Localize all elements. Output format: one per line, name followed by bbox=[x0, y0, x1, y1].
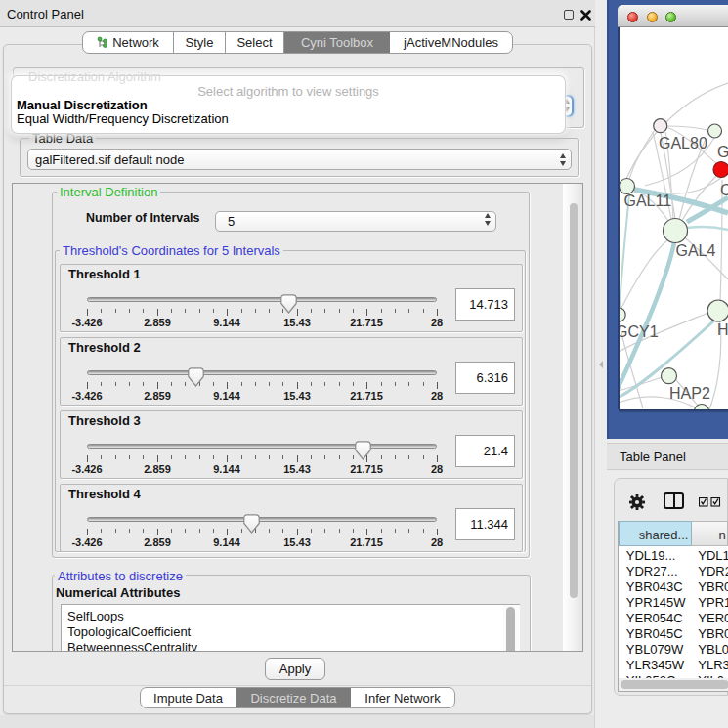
svg-text:GCY1: GCY1 bbox=[619, 323, 659, 340]
svg-text:GAL4: GAL4 bbox=[676, 242, 716, 259]
svg-text:H: H bbox=[717, 321, 728, 338]
svg-text:GA: GA bbox=[717, 144, 728, 160]
svg-text:C: C bbox=[720, 182, 728, 198]
svg-text:GAL11: GAL11 bbox=[624, 193, 672, 209]
svg-text:GAL80: GAL80 bbox=[659, 135, 707, 151]
svg-text:HAP2: HAP2 bbox=[669, 385, 710, 402]
